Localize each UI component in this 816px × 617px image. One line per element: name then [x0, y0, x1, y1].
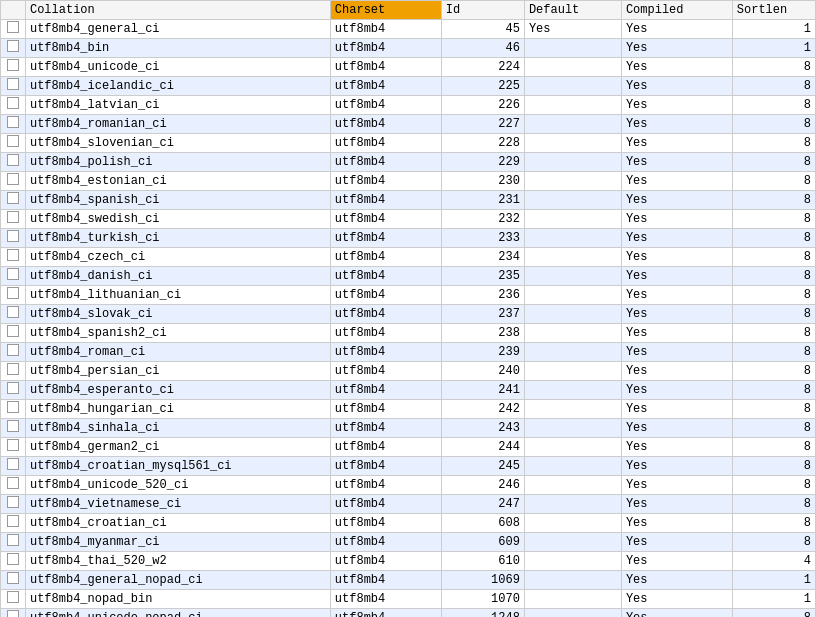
compiled-value: Yes [621, 571, 732, 590]
id-value: 230 [441, 172, 524, 191]
table-row: utf8mb4_unicode_520_ciutf8mb4246Yes8 [1, 476, 816, 495]
column-header-compiled[interactable]: Compiled [621, 1, 732, 20]
default-value [524, 419, 621, 438]
sortlen-value: 8 [732, 476, 815, 495]
checkbox-icon [7, 458, 19, 470]
checkbox-icon [7, 401, 19, 413]
row-checkbox[interactable] [1, 609, 26, 618]
row-checkbox[interactable] [1, 115, 26, 134]
default-value [524, 533, 621, 552]
sortlen-value: 8 [732, 533, 815, 552]
default-value [524, 571, 621, 590]
row-checkbox[interactable] [1, 495, 26, 514]
row-checkbox[interactable] [1, 20, 26, 39]
table-row: utf8mb4_estonian_ciutf8mb4230Yes8 [1, 172, 816, 191]
collation-value: utf8mb4_lithuanian_ci [25, 286, 330, 305]
row-checkbox[interactable] [1, 267, 26, 286]
id-value: 1248 [441, 609, 524, 618]
charset-value: utf8mb4 [330, 210, 441, 229]
id-value: 243 [441, 419, 524, 438]
row-checkbox[interactable] [1, 39, 26, 58]
id-value: 241 [441, 381, 524, 400]
row-checkbox[interactable] [1, 96, 26, 115]
charset-value: utf8mb4 [330, 286, 441, 305]
checkbox-icon [7, 477, 19, 489]
id-value: 1069 [441, 571, 524, 590]
collation-value: utf8mb4_slovak_ci [25, 305, 330, 324]
table-row: utf8mb4_sinhala_ciutf8mb4243Yes8 [1, 419, 816, 438]
collation-value: utf8mb4_estonian_ci [25, 172, 330, 191]
row-checkbox[interactable] [1, 571, 26, 590]
row-checkbox[interactable] [1, 324, 26, 343]
checkbox-icon [7, 534, 19, 546]
collation-value: utf8mb4_persian_ci [25, 362, 330, 381]
row-checkbox[interactable] [1, 476, 26, 495]
row-checkbox[interactable] [1, 134, 26, 153]
collation-value: utf8mb4_slovenian_ci [25, 134, 330, 153]
table-row: utf8mb4_czech_ciutf8mb4234Yes8 [1, 248, 816, 267]
charset-value: utf8mb4 [330, 476, 441, 495]
checkbox-icon [7, 249, 19, 261]
table-row: utf8mb4_slovak_ciutf8mb4237Yes8 [1, 305, 816, 324]
row-checkbox[interactable] [1, 362, 26, 381]
id-value: 224 [441, 58, 524, 77]
column-header-charset[interactable]: Charset [330, 1, 441, 20]
row-checkbox[interactable] [1, 438, 26, 457]
collation-value: utf8mb4_nopad_bin [25, 590, 330, 609]
row-checkbox[interactable] [1, 286, 26, 305]
row-checkbox[interactable] [1, 210, 26, 229]
column-header-id[interactable]: Id [441, 1, 524, 20]
checkbox-icon [7, 553, 19, 565]
charset-value: utf8mb4 [330, 590, 441, 609]
checkbox-icon [7, 154, 19, 166]
row-checkbox[interactable] [1, 457, 26, 476]
sortlen-value: 8 [732, 267, 815, 286]
collation-value: utf8mb4_danish_ci [25, 267, 330, 286]
row-checkbox[interactable] [1, 58, 26, 77]
compiled-value: Yes [621, 20, 732, 39]
row-checkbox[interactable] [1, 305, 26, 324]
id-value: 235 [441, 267, 524, 286]
default-value [524, 495, 621, 514]
column-header-checkbox[interactable] [1, 1, 26, 20]
row-checkbox[interactable] [1, 172, 26, 191]
default-value [524, 552, 621, 571]
row-checkbox[interactable] [1, 248, 26, 267]
checkbox-icon [7, 78, 19, 90]
charset-value: utf8mb4 [330, 229, 441, 248]
row-checkbox[interactable] [1, 191, 26, 210]
compiled-value: Yes [621, 305, 732, 324]
sortlen-value: 1 [732, 590, 815, 609]
compiled-value: Yes [621, 77, 732, 96]
table-row: utf8mb4_unicode_nopad_ciutf8mb41248Yes8 [1, 609, 816, 618]
default-value [524, 305, 621, 324]
sortlen-value: 8 [732, 343, 815, 362]
collation-value: utf8mb4_general_nopad_ci [25, 571, 330, 590]
row-checkbox[interactable] [1, 514, 26, 533]
row-checkbox[interactable] [1, 153, 26, 172]
column-header-default[interactable]: Default [524, 1, 621, 20]
table-row: utf8mb4_unicode_ciutf8mb4224Yes8 [1, 58, 816, 77]
checkbox-icon [7, 173, 19, 185]
collation-value: utf8mb4_german2_ci [25, 438, 330, 457]
column-header-sortlen[interactable]: Sortlen [732, 1, 815, 20]
compiled-value: Yes [621, 400, 732, 419]
row-checkbox[interactable] [1, 77, 26, 96]
row-checkbox[interactable] [1, 343, 26, 362]
sortlen-value: 8 [732, 134, 815, 153]
row-checkbox[interactable] [1, 229, 26, 248]
default-value [524, 514, 621, 533]
collation-value: utf8mb4_unicode_nopad_ci [25, 609, 330, 618]
compiled-value: Yes [621, 153, 732, 172]
row-checkbox[interactable] [1, 419, 26, 438]
row-checkbox[interactable] [1, 400, 26, 419]
row-checkbox[interactable] [1, 381, 26, 400]
row-checkbox[interactable] [1, 533, 26, 552]
table-row: utf8mb4_croatian_ciutf8mb4608Yes8 [1, 514, 816, 533]
table-row: utf8mb4_danish_ciutf8mb4235Yes8 [1, 267, 816, 286]
row-checkbox[interactable] [1, 590, 26, 609]
row-checkbox[interactable] [1, 552, 26, 571]
default-value [524, 229, 621, 248]
column-header-collation[interactable]: Collation [25, 1, 330, 20]
table-row: utf8mb4_spanish2_ciutf8mb4238Yes8 [1, 324, 816, 343]
